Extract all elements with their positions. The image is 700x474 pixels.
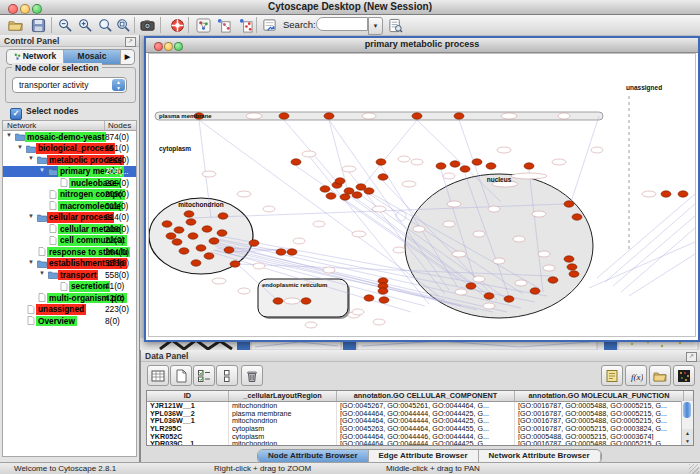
selected-node[interactable]: [273, 298, 283, 304]
selected-node[interactable]: [320, 186, 330, 192]
layout-b-icon[interactable]: [236, 16, 254, 34]
selected-node[interactable]: [564, 201, 574, 207]
unselected-node[interactable]: [246, 113, 262, 119]
table-row[interactable]: YPL036W__2plasma membrane[GO:0044464, GO…: [147, 410, 693, 418]
unselected-node[interactable]: [305, 322, 317, 328]
unselected-node[interactable]: [511, 173, 547, 179]
selected-node[interactable]: [249, 240, 259, 246]
unselected-node[interactable]: [543, 265, 555, 271]
selected-node[interactable]: [172, 239, 182, 245]
nucleus-region[interactable]: [405, 174, 593, 318]
node-color-combobox[interactable]: transporter activity ▲▼: [12, 77, 127, 93]
column-header[interactable]: annotation.GO MOLECULAR_FUNCTION: [515, 391, 684, 401]
selected-node[interactable]: [174, 227, 184, 233]
zoom-fit-icon[interactable]: [96, 16, 114, 34]
resize-grip[interactable]: [689, 464, 699, 474]
select-attributes-icon[interactable]: [193, 365, 215, 386]
search-options-icon[interactable]: [386, 16, 404, 34]
unselected-node[interactable]: [323, 267, 335, 273]
unselected-node[interactable]: [212, 278, 226, 284]
unselected-node[interactable]: [493, 258, 505, 264]
selected-node[interactable]: [196, 245, 206, 251]
column-header[interactable]: ID: [147, 391, 229, 401]
selected-node[interactable]: [460, 166, 470, 172]
tree-row[interactable]: unassigned223(0): [3, 304, 136, 316]
selected-node[interactable]: [230, 261, 240, 267]
selected-node[interactable]: [548, 277, 558, 283]
table-row[interactable]: YPL036W__1mitochondrion[GO:0044464, GO:0…: [147, 417, 693, 425]
unselect-attributes-icon[interactable]: [216, 365, 238, 386]
table-row[interactable]: YJR121W__1mitochondrion[GO:0045267, GO:0…: [147, 402, 693, 410]
layout-a-icon[interactable]: [214, 16, 232, 34]
scrollbar-thumb[interactable]: [683, 402, 691, 418]
tree-expand-icon[interactable]: ▼: [39, 270, 45, 276]
unselected-node[interactable]: [362, 113, 376, 119]
selected-node[interactable]: [335, 178, 345, 184]
selected-node[interactable]: [324, 113, 334, 119]
tree-row[interactable]: Overview8(0): [3, 315, 136, 327]
tree-row[interactable]: ▼transport558(0): [3, 269, 136, 281]
selected-node[interactable]: [218, 213, 228, 219]
tree-expand-icon[interactable]: ▼: [28, 155, 34, 161]
network-frame-titlebar[interactable]: primary metabolic process: [146, 38, 698, 53]
selected-node[interactable]: [364, 295, 374, 301]
tree-row[interactable]: ▼cellular process614(0): [3, 212, 136, 224]
tree-row[interactable]: ▼metabolic process280(0): [3, 154, 136, 166]
selected-node[interactable]: [564, 256, 574, 262]
selected-node[interactable]: [484, 293, 494, 299]
unselected-node[interactable]: [398, 156, 410, 162]
unselected-node[interactable]: [352, 231, 366, 237]
unselected-node[interactable]: [413, 226, 425, 232]
unselected-node[interactable]: [313, 221, 325, 227]
formula-fx-icon[interactable]: f(x): [625, 365, 647, 386]
select-nodes-checkbox[interactable]: ✓: [10, 108, 22, 120]
help-ring-icon[interactable]: [168, 16, 186, 34]
selected-node[interactable]: [184, 211, 194, 217]
selected-node[interactable]: [340, 194, 350, 200]
selected-node[interactable]: [378, 288, 388, 294]
tree-row[interactable]: nucleobase-209(0): [3, 177, 136, 189]
selected-node[interactable]: [364, 188, 374, 194]
selected-node[interactable]: [352, 192, 362, 198]
save-session-icon[interactable]: [29, 16, 47, 34]
selected-node[interactable]: [524, 163, 534, 169]
selected-node[interactable]: [569, 271, 579, 277]
selected-node[interactable]: [287, 249, 297, 255]
tree-row[interactable]: nitrogen compo209(0): [3, 189, 136, 201]
open-session-icon[interactable]: [6, 16, 24, 34]
table-row[interactable]: YDR039C__1mitochondrion[GO:0044464, GO:0…: [147, 440, 693, 446]
selected-node[interactable]: [191, 260, 201, 266]
unselected-node[interactable]: [238, 288, 250, 294]
selected-node[interactable]: [179, 248, 189, 254]
selected-node[interactable]: [378, 174, 388, 180]
unselected-node[interactable]: [483, 303, 495, 309]
selected-node[interactable]: [567, 264, 577, 270]
selected-node[interactable]: [186, 219, 196, 225]
annotation-notes-icon[interactable]: [601, 365, 623, 386]
selected-node[interactable]: [504, 296, 514, 302]
unselected-node[interactable]: [552, 159, 566, 165]
unselected-node[interactable]: [497, 147, 511, 153]
selected-node[interactable]: [530, 288, 540, 294]
unselected-node[interactable]: [473, 276, 485, 282]
unselected-node[interactable]: [447, 201, 461, 207]
selected-node[interactable]: [572, 214, 582, 220]
tab-mosaic[interactable]: Mosaic: [64, 50, 121, 64]
search-input[interactable]: [316, 17, 368, 31]
tree-expand-icon[interactable]: ▼: [17, 144, 23, 150]
matrix-view-icon[interactable]: [673, 365, 695, 386]
column-header[interactable]: annotation.GO CELLULAR_COMPONENT: [337, 391, 515, 401]
selected-node[interactable]: [376, 159, 386, 165]
unselected-node[interactable]: [455, 289, 467, 295]
zoom-in-icon[interactable]: [76, 16, 94, 34]
table-vertical-scrollbar[interactable]: ▲▼: [681, 401, 693, 445]
plasma-membrane-region[interactable]: [155, 112, 603, 120]
unselected-node[interactable]: [402, 181, 416, 187]
selected-node[interactable]: [450, 161, 460, 167]
selected-node[interactable]: [301, 298, 311, 304]
unselected-node[interactable]: [443, 173, 455, 179]
unselected-node[interactable]: [591, 147, 603, 153]
float-data-panel-icon[interactable]: ↗: [686, 352, 697, 362]
tab-overflow-arrow-icon[interactable]: ▶: [121, 50, 134, 64]
search-dropdown-icon[interactable]: ▼: [368, 17, 383, 35]
